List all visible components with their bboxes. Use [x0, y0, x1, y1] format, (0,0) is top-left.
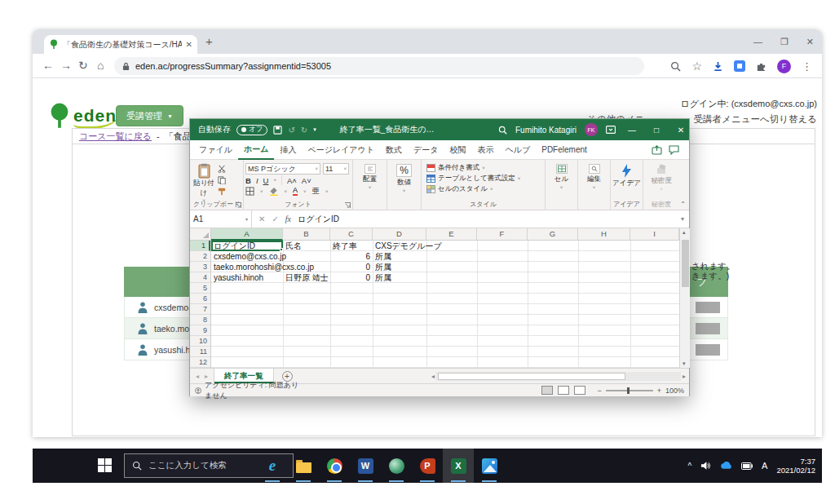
undo-icon[interactable]: ↺: [288, 126, 294, 135]
zoom-out-button[interactable]: −: [597, 387, 601, 395]
column-header-a[interactable]: A: [211, 228, 283, 241]
browser-maximize-button[interactable]: ❐: [780, 37, 789, 47]
column-header-h[interactable]: H: [578, 228, 630, 241]
increase-font-button[interactable]: A˄: [287, 176, 297, 185]
font-name-select[interactable]: MS Pゴシック˅: [245, 163, 320, 175]
cell-c4[interactable]: 0: [333, 272, 370, 283]
decrease-font-button[interactable]: A˅: [302, 176, 311, 185]
tab-review[interactable]: 校閲: [444, 141, 472, 159]
cell-d3[interactable]: 所属: [375, 262, 391, 272]
excel-close-button[interactable]: ✕: [673, 126, 689, 135]
cell-b1[interactable]: 氏名: [285, 241, 302, 251]
copy-icon[interactable]: [218, 176, 226, 184]
formula-input[interactable]: ログインID: [298, 214, 681, 225]
row-header-5[interactable]: 5: [190, 283, 210, 294]
row-header-1[interactable]: 1: [190, 241, 210, 251]
save-icon[interactable]: [273, 126, 282, 135]
column-header-i[interactable]: I: [630, 228, 679, 241]
tab-data[interactable]: データ: [408, 141, 444, 159]
italic-button[interactable]: I: [256, 176, 258, 185]
zoom-level[interactable]: 100%: [665, 387, 684, 395]
font-size-select[interactable]: 11˅: [323, 163, 349, 175]
page-break-view-icon[interactable]: [574, 386, 585, 395]
taskbar-explorer-icon[interactable]: [288, 449, 319, 483]
tab-home[interactable]: ホーム: [238, 140, 274, 160]
extensions-puzzle-icon[interactable]: [756, 61, 767, 72]
browser-tab[interactable]: 「食品衛生の基礎対策コース/HAC ✕: [44, 35, 197, 54]
tab-file[interactable]: ファイル: [193, 141, 238, 159]
cells-button[interactable]: セル ˅: [547, 162, 576, 190]
tab-view[interactable]: 表示: [472, 141, 500, 159]
row-header-11[interactable]: 11: [190, 347, 210, 357]
column-header-f[interactable]: F: [477, 228, 528, 241]
browser-minimize-button[interactable]: —: [753, 37, 762, 46]
cell-d1[interactable]: CXSデモグループ: [375, 241, 442, 251]
ime-mode-indicator[interactable]: A: [762, 461, 767, 471]
sheet-next-icon[interactable]: ▸: [205, 373, 214, 380]
hscroll-right-icon[interactable]: ▸: [683, 373, 686, 380]
account-user-name[interactable]: Fumihito Katagiri: [515, 126, 577, 135]
format-as-table-button[interactable]: テーブルとして書式設定˅: [426, 173, 543, 183]
bold-button[interactable]: B: [245, 176, 251, 185]
alignment-button[interactable]: 配置 ˅: [355, 162, 385, 190]
cell-c1[interactable]: 終了率: [333, 241, 357, 251]
font-dialog-launcher-icon[interactable]: [345, 202, 351, 208]
cell-styles-button[interactable]: セルのスタイル˅: [426, 183, 543, 194]
formula-enter-icon[interactable]: ✓: [272, 214, 278, 223]
cell-d2[interactable]: 所属: [375, 251, 391, 262]
select-all-corner[interactable]: [190, 228, 211, 241]
formula-cancel-icon[interactable]: ✕: [258, 214, 265, 223]
column-header-e[interactable]: E: [426, 228, 477, 241]
page-layout-view-icon[interactable]: [558, 386, 569, 395]
editing-button[interactable]: 編集 ˅: [580, 162, 608, 190]
comments-icon[interactable]: [669, 145, 679, 155]
borders-icon[interactable]: [245, 187, 254, 196]
cut-icon[interactable]: [218, 165, 226, 173]
hscroll-left-icon[interactable]: ◂: [431, 373, 435, 380]
search-icon[interactable]: [498, 126, 507, 135]
tray-chevron-icon[interactable]: ^: [687, 462, 691, 471]
zoom-slider[interactable]: [606, 390, 653, 391]
scroll-down-icon[interactable]: ▾: [683, 360, 686, 367]
redo-icon[interactable]: ↻: [301, 126, 307, 135]
row-header-12[interactable]: 12: [190, 357, 210, 368]
cell-c3[interactable]: 0: [333, 262, 370, 272]
taskbar-photos-icon[interactable]: [474, 449, 505, 483]
fill-color-icon[interactable]: [269, 187, 279, 196]
underline-caret-icon[interactable]: ˅: [273, 178, 276, 183]
number-format-button[interactable]: % 数値 ˅: [389, 162, 419, 193]
cell-a3[interactable]: taeko.morohoshi@cxs.co.jp: [214, 262, 314, 272]
browser-menu-icon[interactable]: ⋮: [802, 60, 812, 73]
browser-close-button[interactable]: ✕: [806, 37, 814, 47]
cell-d4[interactable]: 所属: [375, 272, 391, 283]
taskbar-ie-icon[interactable]: e: [257, 449, 288, 483]
excel-maximize-button[interactable]: □: [648, 126, 665, 135]
cells-area[interactable]: ログインID 氏名 終了率 CXSデモグループ cxsdemo@cxs.co.j…: [211, 241, 679, 368]
clipboard-dialog-launcher-icon[interactable]: [236, 202, 241, 208]
format-painter-icon[interactable]: [218, 188, 226, 196]
row-header-2[interactable]: 2: [190, 251, 210, 262]
font-color-icon[interactable]: A: [293, 187, 298, 196]
horizontal-scroll-thumb[interactable]: [438, 373, 625, 380]
course-manage-button[interactable]: 受講管理 ▼: [116, 105, 183, 126]
tab-insert[interactable]: 挿入: [274, 141, 302, 159]
bookmark-star-icon[interactable]: ☆: [691, 60, 702, 73]
back-button[interactable]: ←: [42, 59, 54, 72]
name-box[interactable]: A1 ▾: [190, 210, 252, 228]
normal-view-icon[interactable]: [541, 386, 553, 395]
profile-avatar[interactable]: F: [777, 60, 791, 73]
tab-pdfelement[interactable]: PDFelement: [536, 142, 593, 157]
vertical-scroll-thumb[interactable]: [682, 240, 689, 287]
start-button[interactable]: [98, 458, 112, 472]
underline-button[interactable]: U: [263, 176, 269, 185]
paste-button[interactable]: 貼り付け ˅: [192, 162, 216, 203]
extension-blue-icon[interactable]: [734, 60, 745, 72]
switch-to-student-link[interactable]: 受講者メニューへ切り替える: [694, 113, 817, 126]
cell-c2[interactable]: 6: [333, 251, 370, 262]
tab-page-layout[interactable]: ページレイアウト: [302, 141, 380, 159]
reload-button[interactable]: ↻: [78, 59, 88, 72]
cell-a2[interactable]: cxsdemo@cxs.co.jp: [214, 251, 286, 262]
qat-caret-icon[interactable]: ▾: [313, 126, 316, 133]
vertical-scrollbar[interactable]: ▴ ▾: [679, 228, 690, 368]
row-header-10[interactable]: 10: [190, 336, 210, 347]
